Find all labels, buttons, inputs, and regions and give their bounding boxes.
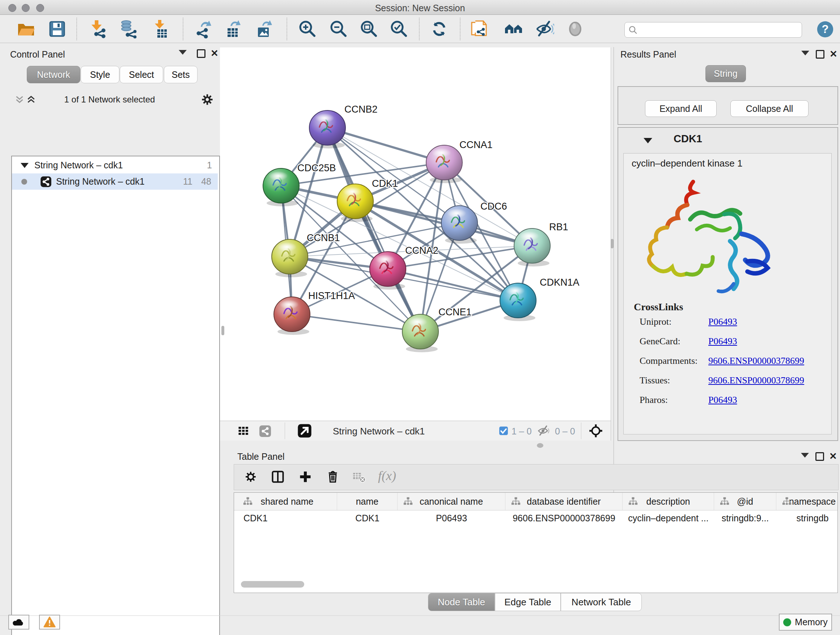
crosslink-value-link[interactable]: P06493 [708, 317, 737, 327]
add-column-icon[interactable] [298, 469, 313, 485]
column-header--id[interactable]: @id [714, 493, 776, 510]
table-panel-float-icon[interactable] [815, 452, 824, 461]
control-panel-float-icon[interactable] [197, 49, 205, 58]
crosslink-value-link[interactable]: P06493 [708, 394, 737, 405]
zoom-selected-icon[interactable] [390, 19, 409, 38]
network-canvas[interactable]: CCNB2CCNA1CDC25BCDK1CDC6RB1CCNB1CCNA2CDK… [220, 48, 611, 421]
column-header-shared-name[interactable]: shared name [237, 493, 337, 510]
zoom-in-icon[interactable] [298, 19, 317, 38]
control-panel-close-icon[interactable]: ✕ [210, 48, 218, 59]
network-selected-info: 1 of 1 Network selected [2, 95, 217, 105]
protein-structure-image [639, 175, 776, 300]
annotations-icon[interactable] [470, 19, 488, 38]
table-cell[interactable]: P06493 [398, 513, 505, 524]
table-header-row: shared namenamecanonical namedatabase id… [234, 493, 837, 510]
crosslink-value-link[interactable]: 9606.ENSP00000378699 [708, 356, 804, 366]
warnings-button[interactable] [39, 615, 60, 630]
fit-selected-crosshair-icon[interactable] [588, 423, 603, 439]
crosslink-value-link[interactable]: P06493 [708, 336, 737, 347]
table-cell[interactable]: 9606.ENSP00000378699 [505, 513, 622, 524]
crosslink-row: Pharos:P06493 [624, 394, 831, 414]
table-horizontal-scrollbar[interactable] [241, 581, 304, 587]
collapse-all-button[interactable]: Collapse All [730, 100, 808, 117]
table-panel-menu-icon[interactable] [801, 453, 809, 458]
table-settings-gear-icon[interactable] [243, 470, 258, 484]
crosslink-value-link[interactable]: 9606.ENSP00000378699 [708, 375, 804, 386]
zoom-fit-icon[interactable] [360, 19, 378, 38]
open-session-icon[interactable] [17, 19, 35, 38]
cloud-status-button[interactable] [8, 615, 29, 630]
node-label-CDK1: CDK1 [372, 178, 398, 189]
export-table-icon[interactable] [224, 19, 243, 38]
tab-string[interactable]: String [706, 65, 746, 82]
network-row-label: String Network – cdk1 [56, 176, 145, 187]
table-cell[interactable]: cyclin–dependent ... [622, 513, 714, 524]
table-cell[interactable]: CDK1 [337, 513, 398, 524]
import-network-icon[interactable] [88, 19, 107, 38]
node-label-CDC6: CDC6 [480, 201, 507, 212]
tab-style[interactable]: Style [81, 66, 119, 83]
tab-network-table[interactable]: Network Table [561, 593, 642, 611]
show-columns-icon[interactable] [270, 469, 286, 485]
right-splitter-handle[interactable] [611, 239, 614, 249]
home-icon[interactable] [504, 19, 523, 38]
memory-button[interactable]: Memory [779, 614, 832, 631]
export-network-icon[interactable] [194, 19, 213, 38]
selected-checkbox-icon[interactable] [499, 426, 508, 436]
node-RB1[interactable]: RB1 [514, 222, 568, 266]
node-table[interactable]: shared namenamecanonical namedatabase id… [234, 492, 838, 593]
help-button[interactable] [816, 21, 834, 38]
import-network-database-icon[interactable] [119, 19, 138, 38]
crosslink-row: Compartments:9606.ENSP00000378699 [624, 356, 831, 375]
expand-all-button[interactable]: Expand All [645, 100, 717, 117]
tab-select[interactable]: Select [120, 66, 163, 83]
column-header-namespace[interactable]: namespace [776, 493, 840, 510]
export-image-icon[interactable] [255, 19, 274, 38]
open-in-new-view-icon[interactable] [297, 423, 313, 439]
search-box[interactable] [624, 22, 802, 38]
search-icon [628, 25, 638, 35]
node-HIST1H1A[interactable]: HIST1H1A [274, 290, 355, 335]
edge-CCNE1-HIST1H1A[interactable] [292, 314, 420, 332]
table-panel-close-icon[interactable]: ✕ [829, 451, 837, 462]
column-header-name[interactable]: name [337, 493, 398, 510]
hidden-eye-slash-icon[interactable] [538, 424, 550, 437]
table-cell[interactable]: stringdb [776, 513, 840, 524]
network-collection-row[interactable]: String Network – cdk1 1 [12, 157, 218, 173]
node-label-RB1: RB1 [549, 222, 568, 233]
refresh-icon[interactable] [430, 19, 448, 38]
results-panel-close-icon[interactable]: ✕ [829, 49, 837, 60]
results-panel-float-icon[interactable] [816, 50, 824, 59]
column-header-canonical-name[interactable]: canonical name [398, 493, 505, 510]
network-share-icon [40, 176, 52, 187]
network-edge-count: 48 [201, 176, 211, 187]
crosslink-row: Uniprot:P06493 [624, 317, 831, 336]
gene-expander-icon[interactable] [644, 138, 652, 143]
save-session-icon[interactable] [48, 19, 66, 38]
zoom-out-icon[interactable] [329, 19, 348, 38]
network-thumbnail-share-icon[interactable] [258, 424, 272, 438]
tab-node-table[interactable]: Node Table [428, 593, 495, 611]
network-row-selected[interactable]: String Network – cdk1 11 48 [12, 173, 218, 190]
birds-eye-grid-icon[interactable] [237, 424, 249, 437]
node-CDKN1A[interactable]: CDKN1A [500, 277, 579, 321]
import-table-icon[interactable] [151, 19, 170, 38]
horizontal-splitter-handle[interactable] [537, 443, 543, 448]
tree-expander-icon[interactable] [21, 163, 28, 168]
results-panel-menu-icon[interactable] [801, 51, 809, 55]
tab-network[interactable]: Network [27, 66, 80, 83]
tab-edge-table[interactable]: Edge Table [495, 593, 561, 611]
delete-column-trash-icon[interactable] [325, 469, 340, 484]
column-header-database-identifier[interactable]: database identifier [505, 493, 622, 510]
network-options-gear-icon[interactable] [201, 93, 214, 106]
node-label-CCNA1: CCNA1 [459, 139, 493, 150]
show-icon[interactable] [566, 19, 584, 38]
table-cell[interactable]: CDK1 [243, 513, 268, 524]
column-header-description[interactable]: description [622, 493, 714, 510]
control-panel-menu-icon[interactable] [179, 50, 187, 55]
left-splitter-handle[interactable] [221, 326, 224, 335]
search-input[interactable] [641, 23, 798, 36]
table-cell[interactable]: stringdb:9... [714, 513, 776, 524]
tab-sets[interactable]: Sets [164, 66, 197, 83]
hide-selected-icon[interactable] [535, 19, 554, 38]
